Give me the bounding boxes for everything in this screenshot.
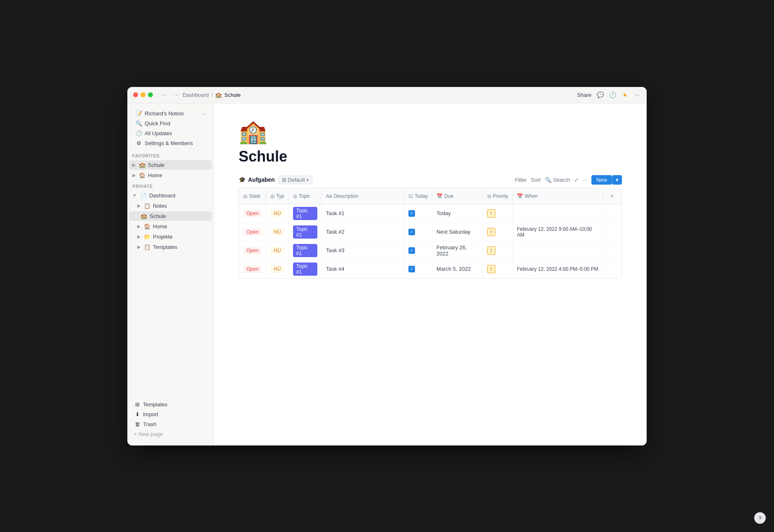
view-selector[interactable]: ⊞ Default ▾ — [278, 176, 312, 184]
new-button-group: New ▾ — [591, 175, 622, 185]
sidebar-item-import[interactable]: ⬇ Import — [131, 410, 210, 419]
col-when[interactable]: 📅When — [513, 188, 603, 204]
sidebar-item-home-fav[interactable]: ▶ 🏠 Home — [129, 171, 212, 180]
titlebar-right: Share 💬 🕐 ★ ··· — [577, 91, 641, 98]
sidebar-item-templates-bottom[interactable]: ⊞ Templates — [131, 400, 210, 409]
today-checkbox[interactable]: ✓ — [408, 266, 415, 272]
breadcrumb-parent[interactable]: Dashboard — [183, 92, 209, 98]
sidebar-item-all-updates[interactable]: 🕐 All Updates — [132, 129, 209, 138]
cell-desc-1[interactable]: Task #1 — [322, 204, 404, 223]
col-add[interactable]: + — [603, 188, 622, 204]
sidebar-item-dashboard[interactable]: ▼ 📄 Dashboard — [129, 191, 212, 200]
today-checkbox[interactable]: ✓ — [408, 210, 415, 217]
expand-arrow: ▶ — [132, 162, 136, 168]
sidebar-item-notes[interactable]: ▶ 📋 Notes — [129, 201, 212, 211]
sidebar-item-trash[interactable]: 🗑 Trash — [131, 420, 210, 429]
filter-button[interactable]: Filter — [515, 177, 527, 183]
expand-button[interactable]: ⤢ — [574, 177, 579, 183]
col-typ[interactable]: ◎Typ — [266, 188, 288, 204]
cell-desc-2[interactable]: Task #2 — [322, 223, 404, 241]
help-button[interactable]: ? — [754, 512, 766, 524]
sidebar-item-schule[interactable]: 🏫 Schule — [129, 211, 212, 221]
cell-priority-4[interactable]: ! — [483, 260, 512, 278]
sidebar-item-quick-find[interactable]: 🔍 Quick Find — [132, 119, 209, 128]
cell-state-3[interactable]: Open — [239, 241, 266, 260]
cell-today-3[interactable]: ✓ — [404, 241, 432, 260]
cell-topic-2[interactable]: Topic #1 — [288, 223, 321, 241]
back-button[interactable]: ← — [159, 91, 169, 99]
forward-button[interactable]: → — [172, 91, 181, 99]
comment-icon[interactable]: 💬 — [596, 91, 604, 98]
cell-today-4[interactable]: ✓ — [404, 260, 432, 278]
more-icon[interactable]: ··· — [633, 91, 641, 98]
add-column-button[interactable]: + — [607, 191, 617, 202]
search-button[interactable]: 🔍 Search — [545, 177, 570, 183]
cell-topic-4[interactable]: Topic #1 — [288, 260, 321, 278]
star-icon[interactable]: ★ — [621, 91, 629, 98]
cell-typ-2[interactable]: HÜ — [266, 223, 288, 241]
table-header-row: ◎State ◎Typ ◎Topic AaDescription — [239, 188, 622, 204]
col-priority[interactable]: ◎Priority — [483, 188, 512, 204]
share-button[interactable]: Share — [577, 92, 591, 98]
cell-when-2[interactable]: February 12, 2022 9:00 AM–10:00 AM — [513, 223, 603, 241]
new-page-button[interactable]: + New page — [129, 429, 212, 439]
cell-typ-3[interactable]: HÜ — [266, 241, 288, 260]
cell-topic-3[interactable]: Topic #1 — [288, 241, 321, 260]
cell-priority-3[interactable]: ! — [483, 241, 512, 260]
table-row: Open HÜ Topic #1 Task #4 ✓ — [239, 260, 622, 278]
cell-typ-1[interactable]: HÜ — [266, 204, 288, 223]
cell-typ-4[interactable]: HÜ — [266, 260, 288, 278]
status-badge: Open — [243, 210, 262, 217]
sidebar-item-workspace[interactable]: 📝 Richard's Notion ⌄ — [132, 109, 209, 118]
today-col-icon: ☑ — [408, 193, 413, 199]
sidebar-top: 📝 Richard's Notion ⌄ 🔍 Quick Find 🕐 All … — [127, 107, 213, 150]
cell-due-2[interactable]: Next Saturday — [432, 223, 483, 241]
cell-when-1[interactable] — [513, 204, 603, 223]
sort-button[interactable]: Sort — [531, 177, 541, 183]
cell-due-3[interactable]: February 26, 2022 — [432, 241, 483, 260]
cell-state-2[interactable]: Open — [239, 223, 266, 241]
sidebar-item-settings[interactable]: ⚙ Settings & Members — [132, 138, 209, 148]
cell-topic-1[interactable]: Topic #1 — [288, 204, 321, 223]
col-today[interactable]: ☑Today — [404, 188, 432, 204]
cell-today-1[interactable]: ✓ — [404, 204, 432, 223]
today-checkbox[interactable]: ✓ — [408, 229, 415, 235]
sidebar-item-home[interactable]: ▶ 🏠 Home — [129, 222, 212, 231]
cell-due-4[interactable]: March 5, 2022 — [432, 260, 483, 278]
cell-when-4[interactable]: February 12, 2022 4:00 PM–5:00 PM — [513, 260, 603, 278]
col-description[interactable]: AaDescription — [322, 188, 404, 204]
cell-desc-4[interactable]: Task #4 — [322, 260, 404, 278]
cell-due-1[interactable]: Today — [432, 204, 483, 223]
sidebar-item-schule-fav[interactable]: ▶ 🏫 Schule — [129, 160, 212, 170]
more-db-button[interactable]: ··· — [583, 177, 587, 183]
projekte-icon: 📁 — [144, 234, 150, 240]
sidebar-item-projekte[interactable]: ▶ 📁 Projekte — [129, 232, 212, 241]
fullscreen-button[interactable] — [148, 92, 153, 97]
trash-icon: 🗑 — [134, 421, 141, 427]
table-body: Open HÜ Topic #1 Task #1 ✓ — [239, 204, 622, 278]
col-due[interactable]: 📅Due — [432, 188, 483, 204]
cell-today-2[interactable]: ✓ — [404, 223, 432, 241]
cell-when-3[interactable] — [513, 241, 603, 260]
cell-desc-3[interactable]: Task #3 — [322, 241, 404, 260]
cell-state-4[interactable]: Open — [239, 260, 266, 278]
history-icon[interactable]: 🕐 — [609, 91, 616, 98]
minimize-button[interactable] — [141, 92, 145, 97]
sidebar-bottom: ⊞ Templates ⬇ Import 🗑 Trash + New page — [127, 398, 213, 442]
col-state[interactable]: ◎State — [239, 188, 266, 204]
cell-state-1[interactable]: Open — [239, 204, 266, 223]
col-topic[interactable]: ◎Topic — [288, 188, 321, 204]
cell-priority-2[interactable]: ! — [483, 223, 512, 241]
new-record-dropdown[interactable]: ▾ — [612, 175, 622, 185]
new-record-button[interactable]: New — [591, 175, 612, 185]
sidebar-item-templates-private[interactable]: ▶ 📋 Templates — [129, 242, 212, 252]
all-updates-label: All Updates — [145, 130, 172, 136]
close-button[interactable] — [133, 92, 138, 97]
today-checkbox[interactable]: ✓ — [408, 247, 415, 254]
cell-priority-1[interactable]: ! — [483, 204, 512, 223]
breadcrumb-separator: / — [211, 92, 213, 98]
database-title-area: 🎓 Aufgaben ⊞ Default ▾ — [239, 176, 312, 184]
breadcrumb-icon: 🏫 — [215, 92, 222, 98]
app-body: 📝 Richard's Notion ⌄ 🔍 Quick Find 🕐 All … — [127, 103, 647, 445]
typ-col-icon: ◎ — [270, 193, 274, 199]
